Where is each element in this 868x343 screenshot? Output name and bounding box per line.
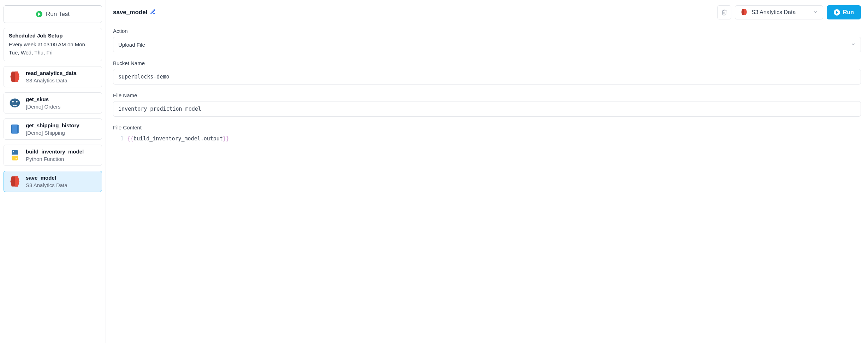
action-select[interactable]: Upload File [113,37,861,52]
svg-rect-4 [12,124,17,133]
postgres-icon [8,96,22,110]
filename-input[interactable]: inventory_prediction_model [113,101,861,117]
chevron-down-icon [851,42,856,48]
page-title-wrap: save_model [113,9,156,16]
step-name: read_analytics_data [26,70,76,76]
code-line: 1 {{build_inventory_model.output}} [113,135,229,142]
play-icon [36,11,42,17]
step-name: save_model [26,175,67,181]
step-get-skus[interactable]: get_skus [Demo] Orders [4,92,102,114]
code-content: {{build_inventory_model.output}} [127,135,229,142]
python-icon [8,149,22,162]
main-panel: save_model S3 Analytics Data Run Action … [106,0,868,343]
source-select[interactable]: S3 Analytics Data [735,5,823,19]
run-test-label: Run Test [46,11,70,18]
delete-button[interactable] [717,5,731,19]
s3-icon [8,70,22,83]
step-save-model[interactable]: save_model S3 Analytics Data [4,171,102,192]
bucket-name-input[interactable]: superblocks-demo [113,69,861,85]
sidebar: Run Test Scheduled Job Setup Every week … [0,0,106,343]
schedule-card[interactable]: Scheduled Job Setup Every week at 03:00 … [4,28,102,61]
svg-point-2 [16,101,18,103]
step-name: get_shipping_history [26,122,79,128]
step-name: build_inventory_model [26,149,84,155]
schedule-title: Scheduled Job Setup [9,33,97,39]
step-build-inventory-model[interactable]: build_inventory_model Python Function [4,145,102,166]
svg-point-5 [13,151,14,152]
line-number: 1 [113,135,127,142]
step-subtitle: S3 Analytics Data [26,182,67,188]
topbar: save_model S3 Analytics Data Run [113,5,861,19]
redshift-icon [8,122,22,136]
step-get-shipping-history[interactable]: get_shipping_history [Demo] Shipping [4,118,102,140]
run-test-button[interactable]: Run Test [4,5,102,23]
chevron-down-icon [813,10,818,16]
play-icon [834,9,840,16]
svg-point-1 [12,101,14,103]
bucket-label: Bucket Name [113,60,861,66]
action-label: Action [113,28,861,34]
svg-point-6 [16,158,17,159]
step-subtitle: [Demo] Shipping [26,130,79,136]
run-button-label: Run [843,9,854,16]
s3-icon [740,8,748,17]
step-subtitle: [Demo] Orders [26,104,60,110]
bucket-name-value: superblocks-demo [118,74,170,80]
page-title: save_model [113,9,147,16]
content-label: File Content [113,124,861,130]
action-value: Upload File [118,42,145,48]
step-subtitle: S3 Analytics Data [26,77,76,83]
filename-label: File Name [113,92,861,98]
code-body: build_inventory_model.output [133,135,223,142]
edit-icon[interactable] [150,9,156,16]
s3-icon [8,175,22,188]
step-subtitle: Python Function [26,156,84,162]
schedule-description: Every week at 03:00 AM on Mon, Tue, Wed,… [9,41,97,57]
source-select-label: S3 Analytics Data [751,9,809,16]
filename-value: inventory_prediction_model [118,106,201,112]
brace-close: }} [223,135,229,142]
trash-icon [721,9,727,16]
run-button[interactable]: Run [827,5,861,19]
file-content-editor[interactable]: 1 {{build_inventory_model.output}} [113,133,861,142]
brace-open: {{ [127,135,133,142]
step-name: get_skus [26,96,60,102]
step-read-analytics-data[interactable]: read_analytics_data S3 Analytics Data [4,66,102,87]
